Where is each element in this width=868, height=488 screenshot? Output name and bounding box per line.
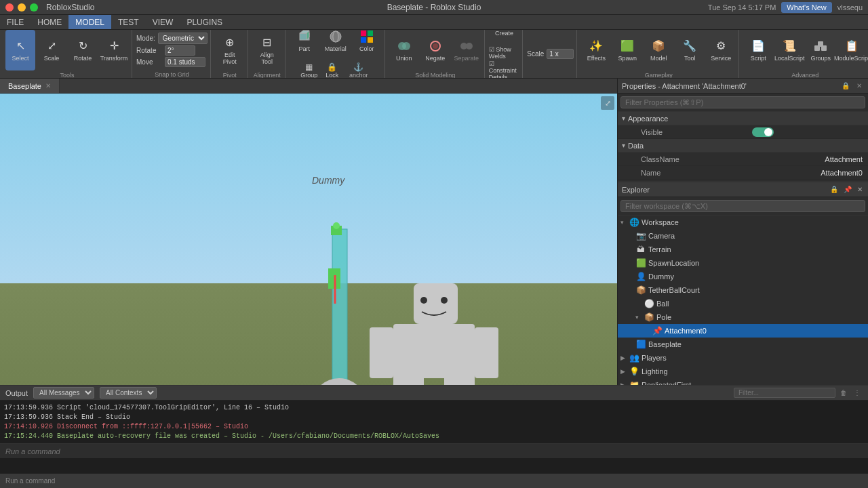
menu-model[interactable]: MODEL <box>68 15 111 29</box>
move-input[interactable] <box>165 57 205 67</box>
service-icon: ⚙ <box>713 38 729 54</box>
classname-prop-row: ClassName Attachment <box>618 152 868 166</box>
output-header-right: 🗑 ⋮ <box>734 388 863 398</box>
command-input[interactable] <box>5 447 863 455</box>
alignment-section: ⊟ AlignTool Alignment <box>250 30 285 78</box>
tree-item-ball[interactable]: ⚪ Ball <box>618 297 868 310</box>
tree-item-pole[interactable]: ▾ 📦 Pole <box>618 310 868 324</box>
output-header-left: Output All Messages All Contexts <box>5 387 157 399</box>
output-line-3: 17:14:10.926 Disconnect from ::ffff:127.… <box>4 422 864 432</box>
tool-row: ↖ Select ⤢ Scale ↻ Rotate ✛ Transform <box>5 30 129 70</box>
spawn-icon: 🟩 <box>619 38 635 54</box>
tree-item-attachment0[interactable]: 📌 Attachment0 <box>618 324 868 338</box>
svg-point-4 <box>333 31 338 42</box>
transform-tool[interactable]: ✛ Transform <box>99 30 129 70</box>
explorer-lock-btn[interactable]: 🔒 <box>829 184 840 195</box>
properties-lock-btn[interactable]: 🔒 <box>840 82 852 89</box>
module-script-tool[interactable]: 📋 ModuleScript <box>837 30 867 70</box>
mode-select[interactable]: Geometric <box>158 33 208 44</box>
local-script-tool[interactable]: 📜 LocalScript <box>774 30 804 70</box>
spawn-label: Spawn <box>618 56 637 62</box>
anchor-tool[interactable]: ⚓ anchor <box>344 62 373 79</box>
contexts-filter-select[interactable]: All Contexts <box>100 387 157 399</box>
name-prop-name: Name <box>630 169 752 177</box>
color-icon <box>359 30 375 45</box>
script-tool[interactable]: 📄 Script <box>743 30 773 70</box>
menu-test[interactable]: TEST <box>111 15 146 29</box>
menu-view[interactable]: VIEW <box>146 15 180 29</box>
tree-icon: 📦 <box>644 312 654 323</box>
appearance-arrow: ▾ <box>622 115 625 122</box>
visible-prop-name: Visible <box>630 128 752 136</box>
properties-close-btn[interactable]: ✕ <box>854 82 864 89</box>
svg-rect-6 <box>368 30 373 36</box>
output-trash-btn[interactable]: 🗑 <box>838 389 849 396</box>
menu-file[interactable]: FILE <box>0 15 31 29</box>
tree-item-tetherballcourt[interactable]: 📦 TetherBallCourt <box>618 283 868 297</box>
output-filter-input[interactable] <box>734 388 835 398</box>
tree-arrow: ▾ <box>635 314 644 321</box>
constraint-details-toggle[interactable]: ☑ Constraint Details <box>489 60 520 79</box>
service-tool[interactable]: ⚙ Service <box>706 30 736 70</box>
model-tool[interactable]: 📦 Model <box>644 30 673 70</box>
rotate-input[interactable] <box>165 45 195 56</box>
toolbar: ↖ Select ⤢ Scale ↻ Rotate ✛ Transform To… <box>0 30 868 79</box>
tool-icon: 🔧 <box>682 38 698 54</box>
tree-icon: 👤 <box>635 271 646 282</box>
output-menu-btn[interactable]: ⋮ <box>852 389 863 396</box>
tree-item-workspace[interactable]: ▾ 🌐 Workspace <box>618 216 868 229</box>
select-tool[interactable]: ↖ Select <box>5 30 35 70</box>
minimize-button[interactable] <box>18 3 26 12</box>
tool-tool[interactable]: 🔧 Tool <box>675 30 705 70</box>
select-icon: ↖ <box>12 38 28 54</box>
explorer-search-input[interactable] <box>620 200 865 212</box>
gameplay-row: ✨ Effects 🟩 Spawn 📦 Model 🔧 Tool ⚙ <box>581 30 736 70</box>
separate-tool[interactable]: Separate <box>452 30 481 70</box>
baseplate-tab-label: Baseplate <box>8 82 41 90</box>
union-tool[interactable]: Union <box>389 30 419 70</box>
scale-input[interactable] <box>547 49 574 59</box>
menu-home[interactable]: HOME <box>31 15 68 29</box>
tree-item-lighting[interactable]: ▶ 💡 Lighting <box>618 365 868 378</box>
part-tool[interactable]: Part <box>290 30 319 61</box>
group-tool[interactable]: ▦ Group <box>298 62 320 79</box>
align-tool[interactable]: ⊟ AlignTool <box>252 30 282 70</box>
whats-new-button[interactable]: What's New <box>781 2 831 13</box>
groups-tool[interactable]: Groups <box>806 30 835 70</box>
prop-search-input[interactable] <box>620 96 865 108</box>
messages-filter-select[interactable]: All Messages <box>33 387 94 399</box>
baseplate-tab-close[interactable]: ✕ <box>45 82 51 89</box>
explorer-search <box>618 197 868 216</box>
show-welds-toggle[interactable]: ☑ Show Welds <box>489 46 520 60</box>
scale-tool[interactable]: ⤢ Scale <box>37 30 66 70</box>
model-label: Model <box>650 56 667 62</box>
tree-item-terrain[interactable]: 🏔 Terrain <box>618 243 868 256</box>
tree-item-baseplate[interactable]: 🟦 Baseplate <box>618 338 868 351</box>
spawn-tool[interactable]: 🟩 Spawn <box>612 30 642 70</box>
explorer-pin-btn[interactable]: 📌 <box>842 184 853 195</box>
maximize-button[interactable] <box>30 3 38 12</box>
move-label: Move <box>136 58 162 66</box>
effects-tool[interactable]: ✨ Effects <box>581 30 611 70</box>
color-tool[interactable]: Color <box>352 30 382 61</box>
explorer-close-btn[interactable]: ✕ <box>856 184 864 195</box>
material-tool[interactable]: Material <box>321 30 351 61</box>
edit-pivot-tool[interactable]: ⊕ EditPivot <box>215 30 245 70</box>
menu-plugins[interactable]: PLUGINS <box>180 15 229 29</box>
tree-item-players[interactable]: ▶ 👥 Players <box>618 351 868 365</box>
baseplate-tab[interactable]: Baseplate ✕ <box>0 79 60 93</box>
data-section-header[interactable]: ▾ Data <box>618 139 868 152</box>
lock-tool[interactable]: 🔒 Lock <box>321 62 343 79</box>
tree-item-dummy[interactable]: 👤 Dummy <box>618 270 868 283</box>
create-tool[interactable]: Create <box>490 30 519 45</box>
rotate-tool[interactable]: ↻ Rotate <box>68 30 98 70</box>
close-button[interactable] <box>5 3 14 12</box>
negate-tool[interactable]: Negate <box>420 30 450 70</box>
appearance-section-header[interactable]: ▾ Appearance <box>618 112 868 125</box>
visible-toggle[interactable] <box>752 127 774 137</box>
tree-item-camera[interactable]: 📷 Camera <box>618 229 868 243</box>
service-label: Service <box>711 56 731 62</box>
tree-item-spawnlocation[interactable]: 🟩 SpawnLocation <box>618 256 868 270</box>
create-label: Create <box>495 30 513 37</box>
viewport-corner-button[interactable]: ⤢ <box>601 96 614 110</box>
